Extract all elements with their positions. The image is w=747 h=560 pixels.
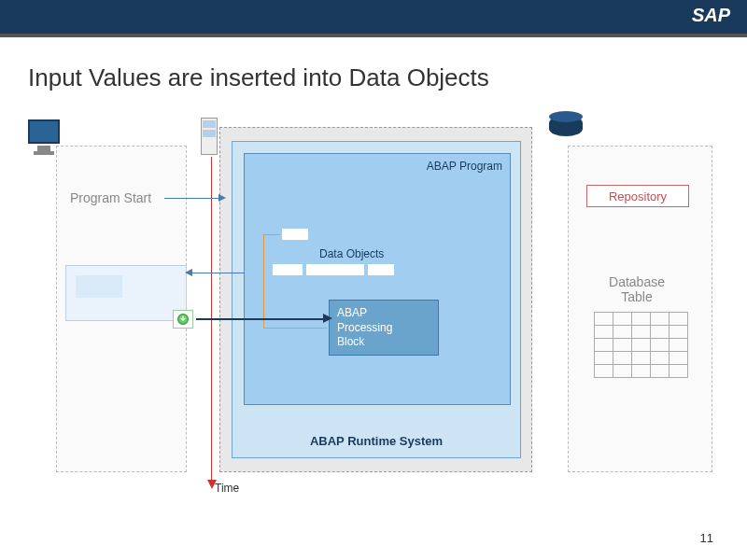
data-object-bar [282, 229, 308, 240]
arrow-head-icon [323, 314, 332, 323]
server-icon [201, 118, 218, 155]
monitor-icon [28, 119, 60, 155]
data-objects-label: Data Objects [319, 247, 384, 260]
processing-block-label: ABAP Processing Block [337, 306, 392, 348]
time-label: Time [215, 482, 239, 495]
diagram-canvas: Program Start Time ABAP Program Data Obj… [19, 116, 728, 489]
data-object-bar [273, 264, 303, 275]
input-field-placeholder [76, 275, 122, 298]
slide-title: Input Values are inserted into Data Obje… [28, 63, 747, 92]
data-object-bar [306, 264, 364, 275]
runtime-system-label: ABAP Runtime System [233, 434, 520, 448]
header-divider [0, 34, 747, 37]
database-cylinder-icon [549, 116, 583, 136]
abap-program-label: ABAP Program [427, 160, 502, 173]
runtime-frame: ABAP Program Data Objects ABAP Processin… [232, 141, 521, 458]
arrow-program-start [164, 198, 220, 199]
runtime-system-container: ABAP Program Data Objects ABAP Processin… [219, 127, 532, 472]
repository-box: Repository [586, 185, 689, 207]
connector-line [263, 328, 327, 329]
input-screen-card [65, 265, 187, 321]
arrow-to-input [190, 273, 245, 273]
arrow-input-to-block [196, 318, 325, 320]
program-start-label: Program Start [70, 190, 151, 205]
connector-line [263, 234, 264, 328]
abap-processing-block: ABAP Processing Block [329, 300, 439, 356]
arrow-head-icon [218, 194, 226, 202]
time-axis [211, 157, 212, 483]
database-table-label: Database Table [599, 274, 674, 304]
submit-icon [173, 310, 193, 329]
data-object-bar [368, 264, 394, 275]
database-table-grid [594, 312, 688, 378]
sap-logo: SAP [692, 5, 730, 26]
abap-program-box: ABAP Program Data Objects ABAP Processin… [244, 153, 511, 405]
arrow-head-icon [185, 269, 192, 276]
connector-line [263, 234, 280, 235]
page-number: 11 [700, 531, 713, 545]
header-bar: SAP [0, 0, 747, 34]
